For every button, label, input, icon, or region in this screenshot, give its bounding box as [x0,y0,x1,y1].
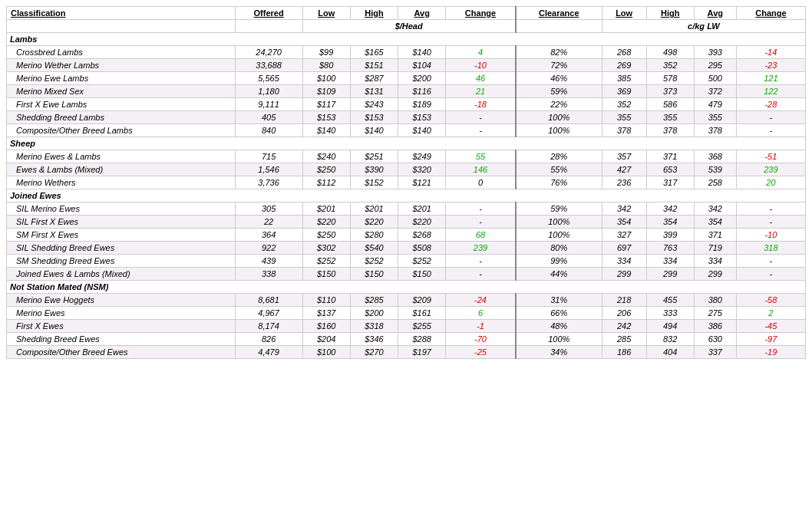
cell-5: 146 [446,163,516,176]
cell-6: 80% [516,242,602,255]
cell-0: SM Shedding Breed Ewes [7,255,236,268]
cell-1: 24,270 [235,46,302,59]
cell-6: 31% [516,294,602,307]
cell-2: $250 [302,229,350,242]
cell-9: 295 [694,59,736,72]
cell-1: 22 [235,216,302,229]
cell-9: 380 [694,294,736,307]
cell-6: 28% [516,150,602,163]
cell-5: -70 [446,333,516,346]
cell-2: $117 [302,98,350,111]
cell-8: 355 [646,111,694,124]
cell-2: $80 [302,59,350,72]
cell-1: 364 [235,229,302,242]
cell-10: 318 [736,242,805,255]
cell-4: $252 [398,255,446,268]
cell-7: 354 [602,216,646,229]
cell-1: 33,688 [235,59,302,72]
header-offered: Offered [235,7,302,20]
cell-10: -10 [736,229,805,242]
cell-6: 72% [516,59,602,72]
cell-4: $121 [398,176,446,189]
cell-10: - [736,124,805,137]
cell-3: $280 [350,229,398,242]
table-row: SIL Shedding Breed Ewes922$302$540$50823… [7,242,806,255]
cell-5: 6 [446,307,516,320]
cell-2: $240 [302,150,350,163]
cell-0: Joined Ewes & Lambs (Mixed) [7,268,236,281]
table-row: Merino Wether Lambs33,688$80$151$104-107… [7,59,806,72]
cell-3: $251 [350,150,398,163]
cell-2: $220 [302,216,350,229]
table-row: First X Ewe Lambs9,111$117$243$189-1822%… [7,98,806,111]
cell-5: 21 [446,85,516,98]
cell-8: 378 [646,124,694,137]
cell-2: $150 [302,268,350,281]
cell-10: - [736,268,805,281]
cell-9: 334 [694,255,736,268]
cell-0: SM First X Ewes [7,229,236,242]
cell-6: 55% [516,163,602,176]
cell-1: 3,736 [235,176,302,189]
cell-6: 59% [516,202,602,216]
cell-2: $110 [302,294,350,307]
cell-9: 386 [694,320,736,333]
cell-10: - [736,202,805,216]
cell-8: 333 [646,307,694,320]
cell-5: - [446,124,516,137]
cell-9: 372 [694,85,736,98]
cell-4: $197 [398,346,446,359]
cell-0: Merino Ewes [7,307,236,320]
cell-7: 236 [602,176,646,189]
cell-0: Merino Mixed Sex [7,85,236,98]
section-header-2: Joined Ewes [7,189,806,202]
cell-9: 500 [694,72,736,85]
cell-6: 100% [516,216,602,229]
table-row: Shedding Breed Ewes826$204$346$288-70100… [7,333,806,346]
cell-6: 100% [516,333,602,346]
cell-9: 371 [694,229,736,242]
cell-1: 1,546 [235,163,302,176]
header-classification: Classification [7,7,236,20]
cell-1: 840 [235,124,302,137]
cell-10: - [736,255,805,268]
table-row: Merino Ewe Hoggets8,681$110$285$209-2431… [7,294,806,307]
cell-6: 34% [516,346,602,359]
cell-7: 427 [602,163,646,176]
cell-5: -1 [446,320,516,333]
table-row: Merino Wethers3,736$112$152$121076%23631… [7,176,806,189]
cell-3: $165 [350,46,398,59]
cell-5: -10 [446,59,516,72]
cell-3: $151 [350,59,398,72]
cell-1: 8,174 [235,320,302,333]
cell-3: $252 [350,255,398,268]
cell-1: 5,565 [235,72,302,85]
cell-0: First X Ewes [7,320,236,333]
cell-9: 368 [694,150,736,163]
table-row: Ewes & Lambs (Mixed)1,546$250$390$320146… [7,163,806,176]
cell-8: 455 [646,294,694,307]
cell-6: 100% [516,124,602,137]
cell-4: $150 [398,268,446,281]
cell-2: $201 [302,202,350,216]
cell-2: $160 [302,320,350,333]
cell-6: 48% [516,320,602,333]
cell-4: $104 [398,59,446,72]
cell-1: 1,180 [235,85,302,98]
cell-2: $112 [302,176,350,189]
cell-0: Shedding Breed Lambs [7,111,236,124]
cell-7: 355 [602,111,646,124]
cell-8: 354 [646,216,694,229]
cell-3: $318 [350,320,398,333]
cell-10: -51 [736,150,805,163]
table-row: Composite/Other Breed Ewes4,479$100$270$… [7,346,806,359]
cell-7: 697 [602,242,646,255]
cell-10: -19 [736,346,805,359]
cell-1: 826 [235,333,302,346]
cell-6: 100% [516,229,602,242]
header-high-2: High [646,7,694,20]
cell-5: -25 [446,346,516,359]
cell-0: First X Ewe Lambs [7,98,236,111]
cell-9: 719 [694,242,736,255]
cell-0: Merino Ewe Hoggets [7,294,236,307]
